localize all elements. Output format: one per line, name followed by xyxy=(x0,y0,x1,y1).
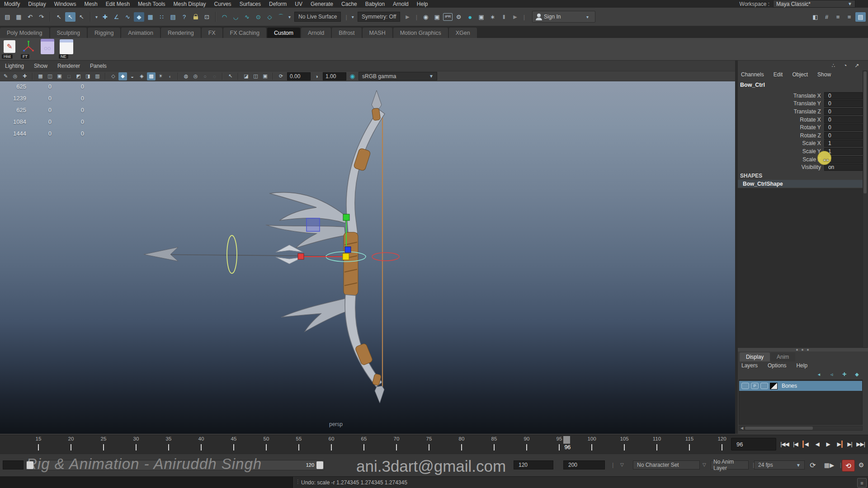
menu-item[interactable]: Surfaces xyxy=(236,1,265,7)
scrollbar-thumb[interactable] xyxy=(863,71,867,193)
color-management-icon[interactable]: ◉ xyxy=(348,72,357,80)
select-component-icon[interactable]: ↖ xyxy=(76,12,87,22)
menu-item[interactable]: Edit Mesh xyxy=(102,1,134,7)
shelf-tab[interactable]: Rigging xyxy=(88,28,120,38)
shelf-item-history[interactable]: ✎ Hist xyxy=(1,39,18,59)
safe-action-icon[interactable]: ◨ xyxy=(84,72,92,80)
ipr-render-icon[interactable]: IPR xyxy=(443,13,453,21)
shaded-icon[interactable]: ◆ xyxy=(118,72,127,80)
layer-editor-menu-item[interactable]: Help xyxy=(796,362,807,369)
shelf-tab[interactable]: Animation xyxy=(121,28,160,38)
layer-playback-checkbox[interactable]: P xyxy=(751,383,759,389)
shelf-item-node-editor[interactable]: NE xyxy=(58,39,75,59)
shelf-tab[interactable]: FX Caching xyxy=(223,28,266,38)
current-frame-marker[interactable]: 96 xyxy=(563,436,570,444)
manipulator-x-handle[interactable] xyxy=(298,253,304,259)
pause-viewport-icon[interactable]: ‖ xyxy=(499,12,509,22)
lights-icon[interactable]: ☀ xyxy=(156,72,165,80)
shelf-tab[interactable]: Arnold xyxy=(301,28,331,38)
shelf-tab[interactable]: FX xyxy=(202,28,222,38)
snap-point-icon[interactable]: ◆ xyxy=(134,12,144,22)
current-frame-field[interactable]: 96 xyxy=(731,438,776,450)
open-scene-icon[interactable]: ▤ xyxy=(2,12,13,22)
snap-curve-icon[interactable]: ∿ xyxy=(123,12,133,22)
selected-object-name[interactable]: Bow_Ctrl xyxy=(740,82,765,88)
menu-item[interactable]: Help xyxy=(413,1,432,7)
snap-rotate-icon[interactable]: ∠ xyxy=(111,12,122,22)
ambient-occlusion-icon[interactable]: ○ xyxy=(201,72,209,80)
redo-icon[interactable]: ↷ xyxy=(36,12,47,22)
move-layer-up-icon[interactable]: ◂ xyxy=(815,371,823,378)
select-camera-icon[interactable]: ✎ xyxy=(1,72,10,80)
step-forward-frame-button[interactable]: ▶| xyxy=(844,438,855,450)
modeling-helper-icon[interactable]: ⊙ xyxy=(253,12,264,22)
wireframe-on-shaded-icon[interactable]: ▩ xyxy=(147,72,156,80)
chevron-down-icon[interactable]: ▾ xyxy=(95,14,98,19)
manipulator-z-handle[interactable] xyxy=(345,247,351,253)
menu-item[interactable]: Mesh Display xyxy=(170,1,210,7)
playback-end-field[interactable]: 120 xyxy=(514,460,553,469)
shelf-item-freeze-transform[interactable]: FT xyxy=(20,39,37,59)
channel-box-toggle-icon[interactable]: ▤ xyxy=(855,12,866,22)
modeling-helper-icon[interactable]: ∿ xyxy=(242,12,252,22)
menu-item[interactable]: Windows xyxy=(50,1,80,7)
shelf-tab[interactable]: Poly Modeling xyxy=(0,28,49,38)
attribute-editor-icon[interactable]: ≡ xyxy=(833,12,843,22)
viewport-canvas[interactable]: 625 0 0 1239 0 0 625 0 0 1084 xyxy=(0,81,735,434)
render-view-icon[interactable]: ◉ xyxy=(420,12,431,22)
highlight-selection-icon[interactable]: ⊡ xyxy=(202,12,212,22)
menu-item[interactable]: Display xyxy=(24,1,50,7)
channel-value-field[interactable]: 0 xyxy=(824,100,863,107)
layer-editor-menu-item[interactable]: Options xyxy=(768,362,786,369)
chevron-down-icon[interactable]: ▾ xyxy=(288,14,291,19)
undo-icon[interactable]: ↶ xyxy=(25,12,35,22)
play-forward-button[interactable]: ▶ xyxy=(823,438,833,450)
tool-settings-icon[interactable]: ≡ xyxy=(844,12,854,22)
channel-label[interactable]: Rotate Y xyxy=(738,124,824,131)
character-controls-icon[interactable]: # xyxy=(821,12,832,22)
scroll-left-icon[interactable]: ◀ xyxy=(739,426,743,430)
play-backwards-button[interactable]: ◀ xyxy=(812,438,822,450)
channel-value-field[interactable]: 0 xyxy=(824,108,863,115)
divider[interactable] xyxy=(90,12,91,22)
modeling-helper-icon[interactable]: ⌒ xyxy=(276,12,286,22)
go-to-start-button[interactable]: |◀◀ xyxy=(779,438,790,450)
render-region-icon[interactable]: ▣ xyxy=(432,12,442,22)
channel-graph-icon[interactable]: ↗ xyxy=(853,62,861,69)
use-all-lights-icon[interactable]: ◎ xyxy=(191,72,200,80)
channel-box-menu-item[interactable]: Show xyxy=(817,71,831,78)
playblast-slate-icon[interactable]: ▤ xyxy=(168,12,178,22)
script-editor-icon[interactable]: ≡ xyxy=(857,478,867,488)
new-empty-layer-icon[interactable]: ✚ xyxy=(840,371,848,378)
resolution-gate-icon[interactable]: ▣ xyxy=(55,72,64,80)
modeling-toolkit-icon[interactable]: ◧ xyxy=(810,12,821,22)
layer-visibility-checkbox[interactable] xyxy=(741,383,749,389)
anim-layer-field[interactable]: No Anim Layer xyxy=(711,460,749,469)
xray-icon[interactable]: ◪ xyxy=(242,72,250,80)
shelf-tab[interactable]: Bifrost xyxy=(332,28,361,38)
go-to-end-button[interactable]: ▶▶| xyxy=(855,438,866,450)
menu-item[interactable]: Mesh xyxy=(80,1,101,7)
menu-item[interactable]: Cache xyxy=(337,1,361,7)
shape-node-row[interactable]: Bow_CtrlShape xyxy=(738,180,863,188)
channel-label[interactable]: Rotate Z xyxy=(738,132,824,139)
animation-preferences-icon[interactable]: ⚙ xyxy=(856,460,867,470)
color-space-dropdown[interactable]: sRGB gamma ▼ xyxy=(359,72,437,80)
step-back-frame-button[interactable]: |◀ xyxy=(790,438,801,450)
gamma-icon[interactable]: ◑ xyxy=(312,72,321,80)
channel-label[interactable]: Translate Y xyxy=(738,100,824,107)
light-editor-icon[interactable]: ∗ xyxy=(487,12,498,22)
animation-start-field[interactable] xyxy=(3,460,24,469)
menu-item[interactable]: Mesh Tools xyxy=(134,1,169,7)
new-layer-from-selected-icon[interactable]: ◆ xyxy=(853,371,861,378)
menu-item[interactable]: Deform xyxy=(265,1,291,7)
snap-view-icon[interactable]: ∷ xyxy=(156,12,167,22)
range-start-handle[interactable] xyxy=(27,461,33,469)
scrollbar-thumb[interactable] xyxy=(745,427,813,430)
channel-value-field[interactable]: 0 xyxy=(824,116,863,123)
channel-label[interactable]: Rotate X xyxy=(738,117,824,123)
shelf-tab[interactable]: Sculpting xyxy=(50,28,87,38)
range-end-handle[interactable] xyxy=(316,461,323,469)
textured-icon[interactable]: ◈ xyxy=(137,72,146,80)
save-scene-icon[interactable]: ▦ xyxy=(14,12,24,22)
